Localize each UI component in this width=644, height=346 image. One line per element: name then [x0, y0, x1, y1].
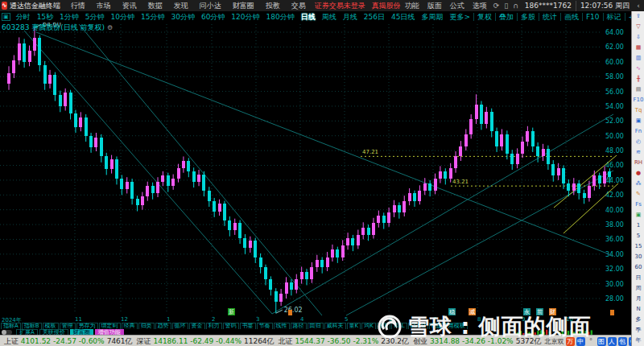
network-icon[interactable]: ⁂ [633, 179, 644, 189]
period-multi[interactable]: 多 [633, 315, 644, 325]
download-icon[interactable]: ⇩ [633, 32, 644, 43]
gear-icon[interactable]: ⚙ [107, 24, 113, 31]
upload-icon[interactable]: ⇪ [633, 11, 644, 22]
account-phone[interactable]: 186****1762 [521, 2, 576, 10]
period-1[interactable]: 1 [633, 220, 644, 231]
tool-叠加[interactable]: 叠加 [495, 13, 517, 21]
menu-版面[interactable]: 版面 [423, 2, 446, 10]
refresh-icon[interactable]: ⟳ [491, 2, 502, 10]
period-15秒[interactable]: 15秒 [34, 13, 56, 21]
period-day[interactable]: 日 [633, 273, 644, 283]
tab-利刃[interactable]: 利刃 [206, 323, 222, 329]
image-icon[interactable]: ▣ [633, 210, 644, 220]
bag-icon[interactable]: 包 [618, 337, 627, 346]
headset-icon[interactable]: ∩ [510, 2, 521, 10]
tab-威科夫[interactable]: 威科夫 [324, 323, 346, 329]
period-15分钟[interactable]: 15分钟 [138, 13, 167, 21]
menu-功能[interactable]: 功能 [401, 2, 423, 10]
board-icon[interactable]: 图 [597, 337, 606, 346]
panel-icon[interactable]: ▣ [633, 116, 644, 126]
f10-icon[interactable]: F10 [633, 95, 644, 105]
tab-量K[interactable]: 量K [347, 323, 361, 329]
tab-回归[interactable]: 回归 [308, 323, 324, 329]
menu-数据[interactable]: 数据 [142, 2, 168, 10]
period-week[interactable]: 周 [633, 283, 644, 294]
trendline-icon[interactable]: ∿ [633, 64, 644, 74]
kline-icon[interactable]: ╫ [633, 74, 644, 84]
rh-icon[interactable]: RH [633, 158, 644, 168]
user-icon[interactable]: 人 [608, 337, 617, 346]
tab-均K[interactable]: 均K [361, 323, 376, 329]
tab-节奏[interactable]: 节奏 [257, 323, 273, 329]
menu-资讯[interactable]: 资讯 [117, 2, 142, 10]
tab-书签[interactable]: 书签 [240, 323, 256, 329]
clock-icon[interactable]: ◴ [633, 137, 644, 147]
period-10分钟[interactable]: 10分钟 [108, 13, 138, 21]
menu-投教[interactable]: 投教 [260, 2, 286, 10]
columns-icon[interactable]: ▥ [633, 53, 644, 64]
period-year[interactable]: 年 [633, 336, 644, 346]
tool-F10[interactable]: F10 [582, 13, 603, 21]
tab-警码[interactable]: 警码 [223, 323, 239, 329]
period-60分钟[interactable]: 60分钟 [198, 13, 228, 21]
period-quarter[interactable]: 季 [633, 325, 644, 336]
period-180分钟[interactable]: 180分钟 [263, 13, 298, 21]
period-日线[interactable]: 日线 [298, 13, 319, 21]
index-上证[interactable]: 上证 4101.52 -24.57 -0.60%7461亿 [4, 336, 133, 346]
tool-画线[interactable]: 画线 [560, 13, 582, 21]
period-5分钟[interactable]: 5分钟 [82, 13, 108, 21]
period-周线[interactable]: 周线 [319, 13, 340, 21]
menu-发现[interactable]: 发现 [168, 2, 194, 10]
period-45日线[interactable]: 45日线 [388, 13, 418, 21]
period-5[interactable]: 5 [633, 231, 644, 241]
period-月线[interactable]: 月线 [340, 13, 361, 21]
fs-icon[interactable]: Fs [633, 200, 644, 210]
menu-选项[interactable]: 选项 [469, 2, 491, 10]
period-分时[interactable]: 分时 [13, 13, 34, 21]
period-30[interactable]: 30 [633, 252, 644, 262]
period-多周期[interactable]: 多周期 [418, 13, 446, 21]
stock-alert[interactable]: 真揭股份 [372, 1, 401, 11]
back-button[interactable]: ‹ [634, 2, 643, 10]
period-1分钟[interactable]: 1分钟 [56, 13, 82, 21]
menu-公式[interactable]: 公式 [446, 2, 469, 10]
tab-循环[interactable]: 循环 [172, 323, 188, 329]
doc-icon[interactable]: ▤ [633, 84, 644, 95]
chart-mode-icon[interactable]: ▣ [2, 13, 10, 21]
tool-复权[interactable]: 复权 [473, 13, 495, 21]
pencil-icon[interactable]: ✎ [633, 189, 644, 200]
menu-财富圈[interactable]: 财富圈 [227, 2, 260, 10]
tab-路径[interactable]: 路径 [291, 323, 307, 329]
period-60[interactable]: 60 [633, 262, 644, 273]
period-15[interactable]: 15 [633, 241, 644, 252]
tab-资金[interactable]: 资金 [189, 323, 205, 329]
tool-标记[interactable]: 标记 [603, 13, 625, 21]
mobile-icon[interactable]: ▯ [502, 2, 510, 10]
menu-行情[interactable]: 行情 [65, 2, 91, 10]
period-n[interactable]: N [633, 304, 644, 315]
filter-icon[interactable]: ▽ [633, 22, 644, 32]
index-深证[interactable]: 深证 14186.11 -62.49 -0.44%11264亿 [137, 336, 275, 346]
tab-线性[interactable]: 线性 [274, 323, 290, 329]
tq-icon[interactable]: Tq [633, 105, 644, 116]
tool-统计[interactable]: 统计 [539, 13, 560, 21]
fn-icon[interactable]: Fn [633, 126, 644, 137]
record-icon[interactable]: ● [633, 168, 644, 179]
wave-icon[interactable]: ≋ [633, 147, 644, 158]
period-120分钟[interactable]: 120分钟 [228, 13, 262, 21]
menu-问小达[interactable]: 问小达 [194, 2, 227, 10]
login-warning[interactable]: 证券交易未登录 [315, 1, 365, 11]
event-marker-7[interactable] [610, 310, 614, 315]
menu-市场[interactable]: 市场 [91, 2, 117, 10]
period-30分钟[interactable]: 30分钟 [167, 13, 197, 21]
menu-交易[interactable]: 交易 [286, 2, 312, 10]
tab-趋势[interactable]: 趋势 [155, 323, 171, 329]
toggle-switch[interactable] [2, 330, 12, 335]
kline-chart[interactable]: 603283 赛腾股份(日线 前复权) ⚙ 64.0062.0060.0058.… [0, 23, 631, 317]
period-256日[interactable]: 256日 [361, 13, 388, 21]
event-marker-1[interactable] [288, 310, 292, 315]
period-month[interactable]: 月 [633, 294, 644, 304]
heatmap-icon[interactable]: ▦ [633, 43, 644, 53]
tab-归类[interactable]: 归类 [138, 323, 155, 329]
period-更多>[interactable]: 更多> [446, 13, 473, 21]
